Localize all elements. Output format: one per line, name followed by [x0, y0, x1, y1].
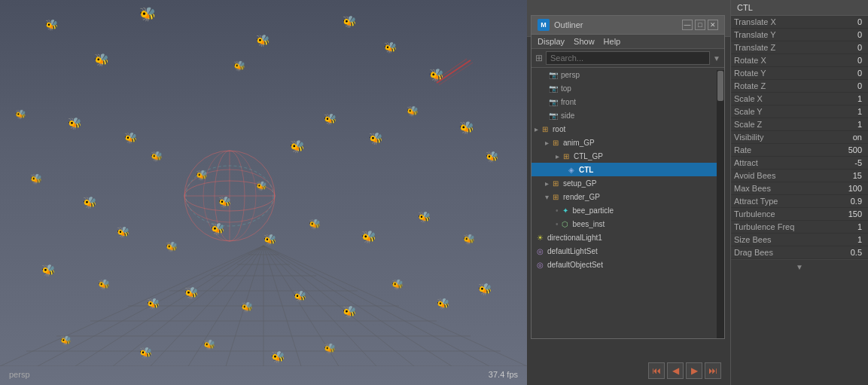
camera-icon-top: 📷	[548, 83, 559, 93]
prop-turbulence: Turbulence 150	[731, 208, 868, 221]
prop-scale-y: Scale Y 1	[731, 105, 868, 118]
search-dropdown-icon[interactable]: ▼	[713, 54, 720, 63]
prop-scale-z: Scale Z 1	[731, 118, 868, 131]
viewport-label: persp	[9, 370, 30, 379]
bee-27: 🐝	[418, 211, 431, 223]
bee-1: 🐝	[139, 6, 156, 23]
bee-14: 🐝	[324, 113, 337, 125]
tree-item-side[interactable]: 📷 side	[531, 108, 724, 122]
tree-item-bees-inst[interactable]: • ⬡ bees_inst	[531, 217, 724, 231]
bee-29: 🐝	[41, 264, 56, 277]
prop-turbulence-freq: Turbulence Freq 1	[731, 221, 868, 234]
menu-display[interactable]: Display	[538, 37, 565, 46]
properties-panel: CTL Translate X 0 Translate Y 0 Translat…	[730, 0, 868, 385]
outliner-search-bar: ⊞ ▼	[531, 49, 724, 68]
nav-prev-button[interactable]: ◀	[667, 362, 684, 379]
prop-avoid-bees: Avoid Bees 15	[731, 170, 868, 182]
bee-18: 🐝	[486, 151, 498, 163]
bee-6: 🐝	[343, 15, 357, 29]
bee-22: 🐝	[166, 241, 178, 252]
group-icon-setup: ⊞	[550, 178, 561, 188]
outliner-title: Outliner	[554, 20, 583, 29]
bottom-navigation: ⏮ ◀ ▶ ⏭	[648, 362, 721, 379]
properties-scroll-bottom[interactable]: ▼	[731, 259, 868, 274]
tree-item-front[interactable]: 📷 front	[531, 95, 724, 108]
tree-item-render-gp[interactable]: ▾ ⊞ render_GP	[531, 190, 724, 203]
bee-11: 🐝	[124, 132, 137, 144]
bee-26: 🐝	[361, 230, 376, 244]
tree-item-ctl-gp[interactable]: ▸ ⊞ CTL_GP	[531, 149, 724, 163]
set-icon-light: ◎	[535, 246, 545, 256]
camera-icon-front: 📷	[548, 96, 559, 107]
bee-37: 🐝	[437, 298, 449, 310]
bee-44: 🐝	[196, 170, 208, 181]
svg-line-14	[263, 246, 527, 366]
tree-item-directional-light[interactable]: ☀ directionalLight1	[531, 231, 724, 244]
bee-20: 🐝	[83, 196, 97, 209]
mesh-icon-bees: ⬡	[560, 218, 571, 229]
tree-item-anim-gp[interactable]: ▸ ⊞ anim_GP	[531, 136, 724, 149]
svg-line-11	[263, 246, 414, 366]
bee-46: 🐝	[256, 181, 267, 191]
svg-line-13	[263, 246, 489, 366]
tree-item-top[interactable]: 📷 top	[531, 81, 724, 95]
menu-show[interactable]: Show	[574, 37, 595, 46]
prop-rotate-x: Rotate X 0	[731, 54, 868, 67]
nav-last-button[interactable]: ⏭	[705, 362, 721, 379]
bee-23: 🐝	[211, 222, 225, 236]
bee-19: 🐝	[30, 173, 42, 185]
scroll-down-icon: ▼	[796, 263, 803, 271]
bee-21: 🐝	[117, 226, 129, 238]
bee-38: 🐝	[478, 283, 492, 296]
prop-visibility: Visibility on	[731, 131, 868, 144]
viewport[interactable]: 🐝 🐝 🐝 🐝 🐝 🐝 🐝 🐝 🐝 🐝 🐝 🐝 🐝 🐝 🐝 🐝 🐝 🐝 🐝 🐝 …	[0, 0, 527, 385]
tree-item-ctl[interactable]: ◈ CTL	[531, 163, 724, 176]
tree-item-root[interactable]: ▸ ⊞ root	[531, 122, 724, 136]
bee-40: 🐝	[139, 347, 152, 359]
tree-item-default-light-set[interactable]: ◎ defaultLightSet	[531, 244, 724, 258]
svg-line-2	[75, 246, 263, 366]
tree-item-bee-particle[interactable]: • ✦ bee_particle	[531, 203, 724, 217]
window-controls: — □ ✕	[682, 20, 718, 30]
search-input[interactable]	[546, 51, 710, 65]
bee-10: 🐝	[68, 117, 82, 130]
menu-help[interactable]: Help	[604, 37, 621, 46]
bee-39: 🐝	[60, 335, 72, 346]
bee-4: 🐝	[94, 53, 109, 67]
bee-3: 🐝	[256, 34, 270, 47]
close-button[interactable]: ✕	[708, 20, 718, 30]
bee-25: 🐝	[309, 218, 321, 230]
group-icon-root: ⊞	[540, 124, 550, 134]
bee-15: 🐝	[369, 132, 383, 145]
camera-icon-persp: 📷	[548, 69, 559, 80]
tree-item-persp[interactable]: 📷 persp	[531, 68, 724, 81]
outliner-panel: M Outliner — □ ✕ Display Show Help ⊞ ▼	[531, 15, 725, 339]
prop-translate-z: Translate Z 0	[731, 41, 868, 54]
nav-next-button[interactable]: ▶	[686, 362, 702, 379]
tree-item-default-object-set[interactable]: ◎ defaultObjectSet	[531, 258, 724, 271]
nav-first-button[interactable]: ⏮	[648, 362, 665, 379]
minimize-button[interactable]: —	[682, 20, 693, 30]
prop-translate-x: Translate X 0	[731, 16, 868, 29]
bee-7: 🐝	[384, 41, 397, 53]
prop-rate: Rate 500	[731, 144, 868, 157]
scroll-thumb[interactable]	[717, 71, 723, 101]
bee-12: 🐝	[151, 151, 163, 162]
right-panel: CTL M Outliner — □ ✕ Display Show Help	[527, 0, 868, 385]
bee-17: 🐝	[459, 121, 474, 135]
outliner-tree: 📷 persp 📷 top 📷 front 📷 side	[531, 68, 724, 336]
bee-13: 🐝	[290, 139, 305, 154]
outliner-titlebar: M Outliner — □ ✕	[531, 16, 724, 35]
prop-rotate-z: Rotate Z 0	[731, 80, 868, 93]
outliner-scrollbar[interactable]	[717, 70, 724, 338]
svg-line-12	[263, 246, 452, 366]
tree-item-setup-gp[interactable]: ▸ ⊞ setup_GP	[531, 176, 724, 190]
svg-line-33	[437, 60, 471, 83]
bee-31: 🐝	[147, 298, 160, 310]
maximize-button[interactable]: □	[695, 20, 705, 30]
motion-streak	[429, 57, 474, 87]
fps-label: 37.4 fps	[489, 370, 518, 379]
outliner-menu: Display Show Help	[531, 35, 724, 49]
bee-45: 🐝	[218, 196, 231, 208]
prop-translate-y: Translate Y 0	[731, 29, 868, 41]
